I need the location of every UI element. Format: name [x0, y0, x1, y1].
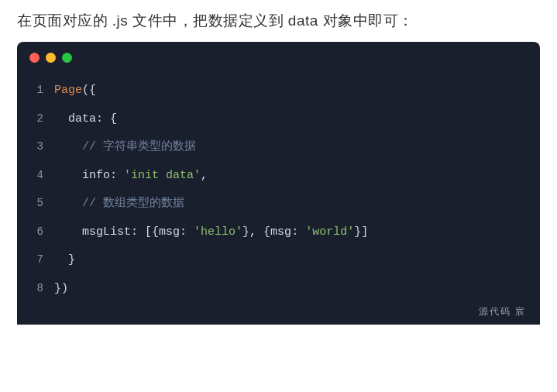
code-token: msg [270, 225, 291, 239]
code-token: // 字符串类型的数据 [82, 140, 196, 153]
line-number: 2 [17, 111, 54, 127]
code-line: 6 msgList: [{msg: 'hello'}, {msg: 'world… [17, 218, 540, 247]
code-window: 1Page({2 data: {3 // 字符串类型的数据4 info: 'in… [17, 42, 540, 325]
code-token: 'world' [305, 225, 354, 239]
code-token: data [68, 112, 96, 126]
code-token: : [180, 225, 194, 239]
line-number: 3 [17, 139, 54, 155]
code-token [54, 225, 82, 239]
line-content: msgList: [{msg: 'hello'}, {msg: 'world'}… [54, 224, 368, 242]
code-token: 'hello' [194, 225, 242, 239]
code-token: , [201, 169, 208, 182]
code-token: }] [354, 225, 368, 239]
minimize-icon [46, 53, 56, 63]
line-number: 8 [17, 280, 54, 297]
code-token: 'init data' [124, 169, 201, 182]
line-content: } [54, 252, 75, 270]
line-number: 5 [17, 195, 54, 211]
code-token: }) [54, 282, 68, 295]
line-content: info: 'init data', [54, 167, 208, 185]
code-token: : [110, 169, 124, 182]
line-number: 1 [17, 82, 54, 98]
code-token: ({ [82, 84, 96, 97]
code-token [54, 140, 82, 153]
code-token: info [82, 169, 110, 182]
code-line: 8}) [17, 275, 540, 304]
line-content: // 字符串类型的数据 [54, 139, 196, 156]
line-content: // 数组类型的数据 [54, 195, 184, 213]
code-line: 7 } [17, 246, 540, 275]
line-content: }) [54, 280, 68, 298]
code-line: 3 // 字符串类型的数据 [17, 133, 540, 162]
code-token: Page [54, 84, 82, 97]
code-token: }, { [242, 225, 270, 239]
code-body: 1Page({2 data: {3 // 字符串类型的数据4 info: 'in… [17, 70, 540, 303]
close-icon [29, 53, 40, 63]
line-number: 7 [17, 252, 54, 268]
watermark: 源代码 宸 [479, 305, 526, 318]
line-content: data: { [54, 111, 117, 129]
code-token [54, 197, 82, 210]
code-line: 5 // 数组类型的数据 [17, 190, 540, 218]
line-content: Page({ [54, 82, 96, 100]
code-token: // 数组类型的数据 [82, 197, 184, 210]
code-token [54, 112, 68, 126]
code-token: msg [159, 225, 180, 239]
window-controls [17, 42, 540, 70]
line-number: 4 [17, 167, 54, 184]
line-number: 6 [17, 224, 54, 240]
code-token: : [{ [131, 225, 159, 239]
code-token [54, 169, 82, 182]
code-line: 1Page({ [17, 77, 540, 105]
section-heading: 在页面对应的 .js 文件中，把数据定义到 data 对象中即可： [0, 0, 557, 42]
maximize-icon [62, 53, 72, 63]
code-line: 2 data: { [17, 105, 540, 134]
code-line: 4 info: 'init data', [17, 162, 540, 191]
code-token: } [54, 253, 75, 266]
code-token: : { [96, 112, 117, 126]
code-token: msgList [82, 225, 131, 239]
code-token: : [291, 225, 305, 239]
